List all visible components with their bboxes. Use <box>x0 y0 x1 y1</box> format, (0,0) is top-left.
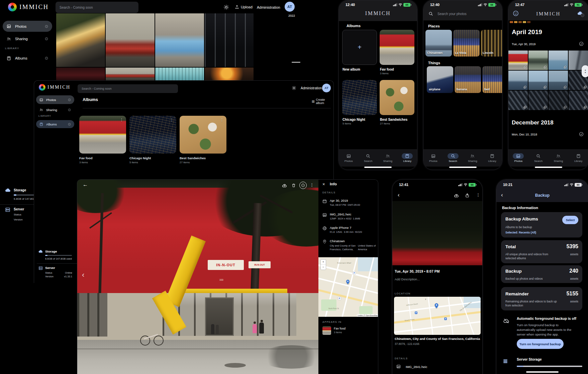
immich-logo[interactable]: IMMICH <box>39 84 71 91</box>
photo-thumb[interactable] <box>569 91 588 110</box>
sidebar-item-sharing[interactable]: Sharing <box>3 35 52 43</box>
photo-thumb[interactable] <box>549 51 568 70</box>
close-icon[interactable]: × <box>322 182 325 187</box>
avatar[interactable]: AT <box>322 84 331 92</box>
appears-in-thumb[interactable] <box>322 326 331 335</box>
photo-thumb[interactable] <box>155 13 204 67</box>
search-input[interactable] <box>56 2 138 13</box>
more-menu-icon[interactable]: ⋮ <box>476 192 480 197</box>
back-icon[interactable]: ← <box>83 182 88 188</box>
album-menu-icon[interactable]: ⋮ <box>120 118 123 122</box>
administration-link[interactable]: Administration <box>301 86 322 90</box>
album-title[interactable]: Chicago Night <box>129 156 151 160</box>
tab-search[interactable]: Search <box>359 153 378 163</box>
create-album-button[interactable]: ⊞ Create album <box>312 98 333 105</box>
photo-thumb[interactable] <box>528 71 548 90</box>
timeline-scroll-pill[interactable]: ▴▾ <box>582 65 588 77</box>
tab-sharing[interactable]: Sharing <box>378 153 398 163</box>
avatar[interactable]: AT <box>285 2 295 12</box>
select-day-icon[interactable] <box>579 132 584 136</box>
album-card-fav-food[interactable]: ⋮ <box>79 116 126 154</box>
appears-in-name[interactable]: Fav food <box>334 327 346 330</box>
album-card-chicago-night[interactable] <box>342 80 377 115</box>
photo-thumb[interactable] <box>205 68 254 80</box>
photo-thumb[interactable] <box>508 91 528 110</box>
home-indicator[interactable] <box>526 371 559 373</box>
administration-link[interactable]: Administration <box>257 5 280 9</box>
search-input[interactable] <box>78 84 178 93</box>
album-card-best-sandwiches[interactable]: ⋮ <box>180 116 226 154</box>
sidebar-item-photos[interactable]: Photos <box>36 95 74 104</box>
photo-thumb[interactable] <box>56 13 105 67</box>
photo-thumb[interactable] <box>106 13 155 67</box>
sidebar-item-albums[interactable]: Albums <box>3 54 52 62</box>
photo-thumb[interactable] <box>155 68 204 80</box>
photo-main[interactable]: IN-N-OUT IN-N-OUT 333 ‹ ← ⋮ <box>77 180 318 374</box>
tab-sharing[interactable]: Sharing <box>463 153 483 163</box>
home-indicator[interactable] <box>449 167 477 168</box>
photo-thumb[interactable] <box>508 71 528 90</box>
zoom-out-button[interactable]: − <box>321 265 326 269</box>
album-title[interactable]: Fav food <box>79 156 93 160</box>
prev-photo-chevron[interactable]: ‹ <box>82 271 84 279</box>
immich-logo[interactable]: IMMICH <box>8 3 49 11</box>
search-placeholder[interactable]: Search your photos <box>437 12 467 16</box>
backup-cloud-icon[interactable] <box>577 10 583 16</box>
info-icon[interactable] <box>68 108 71 111</box>
info-icon[interactable] <box>45 37 48 40</box>
info-toggle-icon[interactable] <box>299 182 307 189</box>
photo-thumb[interactable] <box>528 91 548 110</box>
album-card-fav-food[interactable] <box>380 30 414 65</box>
select-albums-button[interactable]: Select <box>562 216 578 224</box>
photo-preview[interactable] <box>392 201 482 265</box>
home-indicator[interactable] <box>535 167 562 168</box>
sidebar-item-albums[interactable]: Albums <box>36 120 74 128</box>
tab-library[interactable]: Library <box>568 153 588 163</box>
map-zoom-control[interactable]: + − <box>320 259 326 270</box>
theme-toggle-icon[interactable] <box>292 86 296 90</box>
share-icon[interactable] <box>465 193 470 198</box>
timeline-scrubber[interactable] <box>292 62 300 63</box>
tab-search[interactable]: Search <box>528 153 549 163</box>
photo-thumb[interactable] <box>508 51 528 70</box>
info-icon[interactable] <box>68 123 71 126</box>
album-card-best-sandwiches[interactable] <box>380 80 414 115</box>
tab-photos[interactable]: Photos <box>423 153 443 163</box>
tab-library[interactable]: Library <box>482 153 502 163</box>
location-map[interactable]: The Embarcadero Jefferson Street Beach S… <box>394 297 481 335</box>
new-album-card[interactable]: + <box>342 30 377 65</box>
photo-thumb[interactable] <box>205 13 254 67</box>
info-icon[interactable] <box>45 57 48 60</box>
info-icon[interactable] <box>68 98 71 101</box>
tab-library[interactable]: Library <box>398 153 417 163</box>
photo-thumb[interactable] <box>106 68 155 80</box>
photo-thumb[interactable] <box>549 71 568 90</box>
turn-on-backup-button[interactable]: Turn on foreground backup <box>517 339 564 349</box>
tab-photos[interactable]: Photos <box>508 153 528 163</box>
zoom-in-button[interactable]: + <box>321 260 326 265</box>
add-description-field[interactable]: Add Description... <box>395 277 420 281</box>
photo-thumb[interactable] <box>528 51 548 70</box>
sidebar-item-sharing[interactable]: Sharing <box>36 106 74 113</box>
sidebar-item-photos[interactable]: Photos <box>3 21 52 32</box>
trash-icon[interactable] <box>291 183 296 188</box>
upload-cloud-icon[interactable] <box>454 193 459 198</box>
home-indicator[interactable] <box>364 167 392 168</box>
tab-sharing[interactable]: Sharing <box>549 153 569 163</box>
theme-toggle-icon[interactable] <box>223 4 229 10</box>
location-map[interactable]: P P Fisherman's Wharf North Point St + −… <box>318 257 378 317</box>
tab-search[interactable]: Search <box>443 153 463 163</box>
info-icon[interactable] <box>45 25 48 28</box>
upload-button[interactable]: Upload <box>235 5 253 9</box>
photo-thumb[interactable] <box>56 68 105 80</box>
photo-thumb[interactable] <box>549 91 568 110</box>
select-day-icon[interactable] <box>579 41 584 46</box>
more-menu-icon[interactable]: ⋮ <box>310 182 314 187</box>
album-menu-icon[interactable]: ⋮ <box>170 118 174 122</box>
upload-cloud-icon[interactable] <box>282 183 287 188</box>
tab-photos[interactable]: Photos <box>339 153 359 163</box>
album-card-chicago-night[interactable]: ⋮ <box>129 116 176 154</box>
back-icon[interactable]: ‹ <box>398 192 400 198</box>
album-title[interactable]: Best Sandwiches <box>180 156 206 160</box>
album-menu-icon[interactable]: ⋮ <box>220 118 224 122</box>
